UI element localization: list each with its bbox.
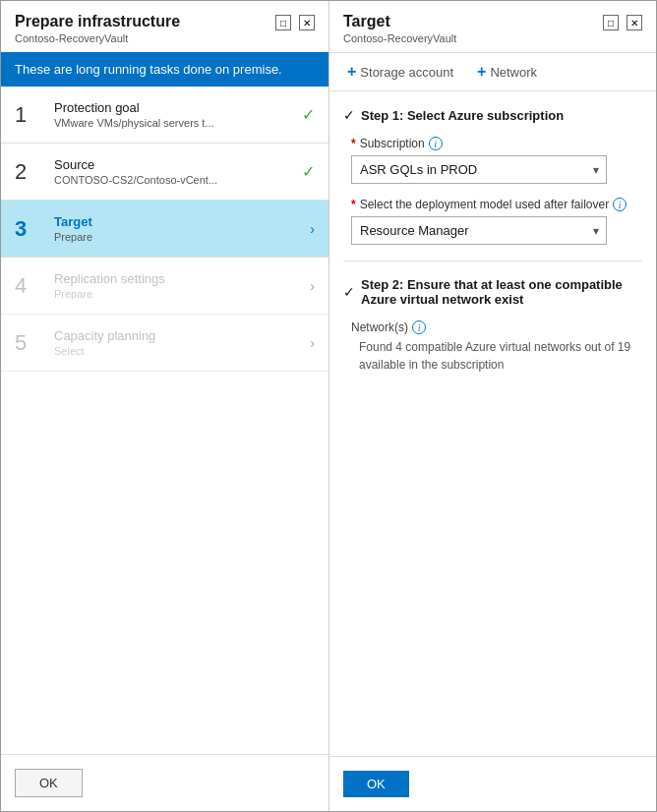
step-name-3: Target <box>54 214 304 229</box>
deployment-label-text: Select the deployment model used after f… <box>360 198 609 211</box>
step-check-2: ✓ <box>302 162 315 181</box>
right-panel: Target Contoso-RecoveryVault □ ✕ + Stora… <box>329 1 656 811</box>
right-close-button[interactable]: ✕ <box>627 15 642 30</box>
step-item-4: 4 Replication settings Prepare › <box>1 258 328 315</box>
left-panel-title: Prepare infrastructure <box>15 13 180 30</box>
step-sub-3: Prepare <box>54 231 304 243</box>
storage-plus-icon: + <box>347 63 356 81</box>
step-item-5: 5 Capacity planning Select › <box>1 315 328 372</box>
right-close-icon: ✕ <box>630 18 638 29</box>
step-info-2: Source CONTOSO-CS2/Contoso-vCent... <box>54 157 296 186</box>
left-panel-header: Prepare infrastructure Contoso-RecoveryV… <box>1 1 328 52</box>
step-sub-2: CONTOSO-CS2/Contoso-vCent... <box>54 174 296 186</box>
right-window-controls: □ ✕ <box>603 15 642 30</box>
subscription-info-icon[interactable]: i <box>429 137 443 150</box>
networks-desc: Found 4 compatible Azure virtual network… <box>351 338 642 374</box>
step1-title: Step 1: Select Azure subscription <box>361 108 564 123</box>
step-info-4: Replication settings Prepare <box>54 271 304 300</box>
step-item-2[interactable]: 2 Source CONTOSO-CS2/Contoso-vCent... ✓ <box>1 144 328 201</box>
step2-header: ✓ Step 2: Ensure that at least one compa… <box>343 277 642 307</box>
left-title-group: Prepare infrastructure Contoso-RecoveryV… <box>15 13 180 44</box>
step-arrow-3: › <box>310 221 315 237</box>
network-label: Network <box>490 65 537 80</box>
step1-header: ✓ Step 1: Select Azure subscription <box>343 107 642 123</box>
step-info-3: Target Prepare <box>54 214 304 243</box>
step-info-1: Protection goal VMware VMs/physical serv… <box>54 100 296 129</box>
left-panel: Prepare infrastructure Contoso-RecoveryV… <box>1 1 329 811</box>
deployment-field-group: * Select the deployment model used after… <box>343 198 642 245</box>
step-sub-5: Select <box>54 345 304 357</box>
network-plus-icon: + <box>477 63 486 81</box>
step2-title: Step 2: Ensure that at least one compati… <box>361 277 642 307</box>
step-info-5: Capacity planning Select <box>54 328 304 357</box>
deployment-dropdown[interactable]: Resource Manager <box>351 216 607 245</box>
storage-account-button[interactable]: + Storage account <box>343 61 457 83</box>
step-sub-1: VMware VMs/physical servers t... <box>54 117 296 129</box>
deployment-label: * Select the deployment model used after… <box>351 198 642 211</box>
step-number-2: 2 <box>15 159 42 185</box>
deployment-info-icon[interactable]: i <box>613 198 627 211</box>
step-name-2: Source <box>54 157 296 172</box>
info-banner: These are long running tasks done on pre… <box>1 52 328 87</box>
right-title-group: Target Contoso-RecoveryVault <box>343 13 456 44</box>
right-content: ✓ Step 1: Select Azure subscription * Su… <box>329 91 656 756</box>
right-ok-button[interactable]: OK <box>343 771 409 797</box>
right-panel-title: Target <box>343 13 456 30</box>
right-footer: OK <box>329 756 656 811</box>
step-item-1[interactable]: 1 Protection goal VMware VMs/physical se… <box>1 87 328 144</box>
steps-list: 1 Protection goal VMware VMs/physical se… <box>1 87 328 754</box>
networks-group: Network(s) i Found 4 compatible Azure vi… <box>343 320 642 374</box>
step-sub-4: Prepare <box>54 288 304 300</box>
step-number-3: 3 <box>15 216 42 242</box>
left-close-button[interactable]: ✕ <box>299 15 315 30</box>
step-name-4: Replication settings <box>54 271 304 286</box>
right-panel-subtitle: Contoso-RecoveryVault <box>343 32 456 44</box>
right-panel-header: Target Contoso-RecoveryVault □ ✕ <box>329 1 656 53</box>
step-number-5: 5 <box>15 330 42 356</box>
step-arrow-5: › <box>310 335 315 351</box>
step-arrow-4: › <box>310 278 315 294</box>
right-minimize-button[interactable]: □ <box>603 15 619 30</box>
network-button[interactable]: + Network <box>473 61 541 83</box>
left-minimize-button[interactable]: □ <box>275 15 291 30</box>
right-minimize-icon: □ <box>608 18 614 29</box>
left-ok-button[interactable]: OK <box>15 769 83 797</box>
left-window-controls: □ ✕ <box>275 15 315 30</box>
step2-check-icon: ✓ <box>343 284 355 300</box>
subscription-label: * Subscription i <box>351 137 642 150</box>
minimize-icon: □ <box>280 18 286 29</box>
section-divider <box>343 261 642 261</box>
subscription-required-star: * <box>351 137 356 150</box>
deployment-dropdown-wrapper: Resource Manager <box>351 216 607 245</box>
subscription-label-text: Subscription <box>360 137 425 150</box>
step1-check-icon: ✓ <box>343 107 355 123</box>
subscription-dropdown[interactable]: ASR GQLs in PROD <box>351 155 607 184</box>
networks-label-text: Network(s) <box>351 320 408 334</box>
left-footer: OK <box>1 754 328 811</box>
networks-info-icon[interactable]: i <box>412 320 426 334</box>
step-number-1: 1 <box>15 102 42 128</box>
right-toolbar: + Storage account + Network <box>329 53 656 91</box>
networks-label: Network(s) i <box>351 320 642 334</box>
close-icon: ✕ <box>303 18 311 29</box>
step-check-1: ✓ <box>302 105 315 124</box>
step-name-1: Protection goal <box>54 100 296 115</box>
step-item-3[interactable]: 3 Target Prepare › <box>1 201 328 258</box>
left-panel-subtitle: Contoso-RecoveryVault <box>15 32 180 44</box>
storage-account-label: Storage account <box>360 65 453 80</box>
subscription-field-group: * Subscription i ASR GQLs in PROD <box>343 137 642 184</box>
main-window: Prepare infrastructure Contoso-RecoveryV… <box>0 0 657 812</box>
step-number-4: 4 <box>15 273 42 299</box>
deployment-required-star: * <box>351 198 356 211</box>
subscription-dropdown-wrapper: ASR GQLs in PROD <box>351 155 607 184</box>
step-name-5: Capacity planning <box>54 328 304 343</box>
